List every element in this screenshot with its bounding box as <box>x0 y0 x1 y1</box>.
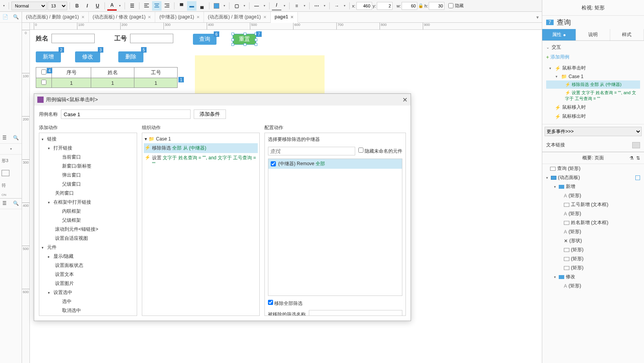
arr-drop[interactable]: ▾ <box>342 4 347 7</box>
coord-x-input[interactable] <box>356 2 372 10</box>
align-left-button[interactable] <box>142 1 151 11</box>
coord-w-input[interactable] <box>402 2 417 10</box>
underline-button[interactable]: U <box>93 1 102 11</box>
font-color-button[interactable]: A <box>107 1 117 11</box>
valign-bottom-button[interactable]: ▄ <box>197 1 207 11</box>
inspector-title: 检视: 矩形 <box>542 0 644 12</box>
lp-drop[interactable]: ▾ <box>322 4 327 7</box>
font-color-drop[interactable]: ▾ <box>117 4 122 7</box>
align-right-button[interactable] <box>162 1 172 11</box>
arrow-button[interactable]: → <box>332 1 341 11</box>
inspector-panel: 检视: 矩形 7 查询 属性● 说明 样式 ⌄交互 +添加用例 ▾⚡鼠标单击时 … <box>542 0 644 12</box>
fill-color-button[interactable] <box>212 1 221 11</box>
line-pattern-button[interactable]: ⋯ <box>312 1 321 11</box>
bullet-list-button[interactable]: ☰ <box>127 1 137 11</box>
line-drop[interactable]: ▾ <box>262 4 267 7</box>
hidden-checkbox-label[interactable]: 隐藏 <box>448 3 464 9</box>
align-center-button[interactable] <box>152 1 161 11</box>
lw-drop[interactable]: ▾ <box>302 4 307 7</box>
style-select[interactable]: Normal <box>11 2 47 10</box>
line-color-button[interactable]: / <box>272 1 281 11</box>
border-button[interactable]: ▢ <box>232 1 241 11</box>
valign-top-button[interactable]: ▀ <box>177 1 186 11</box>
line-style-button[interactable]: ― <box>252 1 261 11</box>
font-size-select[interactable]: 13 <box>48 2 67 10</box>
toolbar-dropdown-left[interactable]: ▾ <box>2 4 6 7</box>
coord-y-input[interactable] <box>377 2 393 10</box>
coords-panel: x: y: w: 🔒 h: <box>352 2 444 10</box>
line-width-button[interactable]: ≡ <box>292 1 301 11</box>
fill-drop[interactable]: ▾ <box>222 4 227 7</box>
valign-middle-button[interactable]: ▬ <box>187 1 196 11</box>
italic-button[interactable]: I <box>83 1 92 11</box>
coord-h-input[interactable] <box>429 2 444 10</box>
border-drop[interactable]: ▾ <box>242 4 247 7</box>
linec-drop[interactable]: ▾ <box>282 4 287 7</box>
hidden-checkbox[interactable] <box>448 3 453 8</box>
bold-button[interactable]: B <box>72 1 82 11</box>
lock-icon[interactable]: 🔒 <box>418 3 424 8</box>
